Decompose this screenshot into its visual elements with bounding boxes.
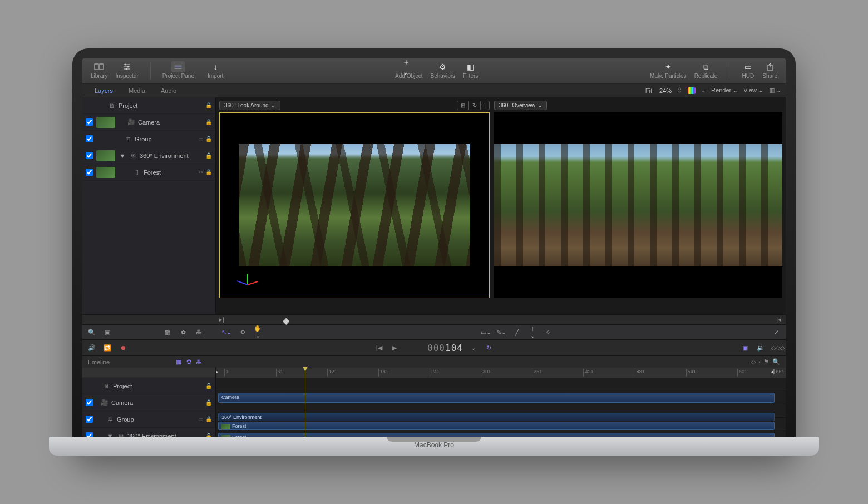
in-point-icon[interactable]: ▸|	[219, 316, 224, 323]
hud-button[interactable]: ▭ HUD	[737, 61, 758, 80]
hand-tool[interactable]: ✋⌄	[253, 325, 263, 339]
tl-checker-icon[interactable]: ▩	[174, 358, 184, 365]
tl-layer-env[interactable]: ▼⊛360° Environment🔒	[82, 428, 215, 437]
lock-icon[interactable]: 🔒	[205, 102, 212, 108]
keyframe-icon[interactable]: ◇◇◇	[771, 344, 781, 352]
timecode-menu[interactable]: ⌄	[468, 344, 479, 352]
layer-enable-checkbox[interactable]	[86, 432, 93, 437]
stepper-icon[interactable]: ⇳	[677, 87, 682, 94]
out-point-icon[interactable]: ◂|	[771, 369, 775, 374]
lock-icon[interactable]: 🔒	[205, 119, 212, 125]
tl-gear-icon[interactable]: ✿	[184, 358, 194, 365]
rect-tool[interactable]: ▭⌄	[481, 329, 491, 336]
library-button[interactable]: Library	[87, 61, 112, 80]
lock-icon[interactable]: 🔒	[205, 416, 212, 422]
lock-icon[interactable]: 🔒	[205, 152, 212, 159]
color-swatch-icon[interactable]	[688, 87, 696, 94]
layer-enable-checkbox[interactable]	[86, 399, 93, 406]
go-start-icon[interactable]: |◀	[374, 344, 384, 352]
mode-icon[interactable]: ▭	[198, 136, 203, 142]
record-icon[interactable]: ⏺	[118, 344, 128, 351]
settings-icon[interactable]: ✿	[178, 329, 188, 336]
layer-group[interactable]: ≋Group▭🔒	[82, 131, 215, 147]
timecode[interactable]: 000104	[427, 343, 463, 353]
filters-button[interactable]: ◧ Filters	[459, 61, 482, 80]
snap-icon[interactable]: ◇→	[751, 358, 761, 365]
lock-icon[interactable]: 🔒	[205, 383, 212, 389]
tl-layer-group[interactable]: ≋Group▭🔒	[82, 411, 215, 428]
timeline-ruler[interactable]: ▸ 1 61 121 181 241 301 361 421 481 541 6…	[216, 368, 786, 378]
fit-value[interactable]: 24%	[659, 87, 672, 94]
timeline-tracks[interactable]: ▸ 1 61 121 181 241 301 361 421 481 541 6…	[216, 368, 786, 437]
clip-forest-2[interactable]: Forest	[218, 433, 775, 437]
print-icon[interactable]: 🖶	[194, 329, 204, 335]
link-icon[interactable]: ⚯	[199, 169, 203, 175]
viewer-mode-left[interactable]: 360° Look Around ⌄	[219, 101, 280, 110]
mode-icon[interactable]: ▭	[198, 416, 203, 422]
disclosure-icon[interactable]: ▼	[106, 433, 114, 437]
mini-timeline[interactable]: ▸| ◆ |◂	[82, 314, 786, 324]
marker-icon[interactable]: ⚑	[761, 358, 771, 365]
share-button[interactable]: Share	[758, 61, 781, 80]
layer-environment[interactable]: ▼⊛360° Environment🔒	[82, 147, 215, 164]
zoom-icon[interactable]: 🔍	[771, 358, 781, 365]
view-a-icon[interactable]: ▣	[740, 344, 750, 352]
play-icon[interactable]: ▶	[389, 344, 400, 352]
make-particles-button[interactable]: ✦ Make Particles	[646, 61, 691, 80]
pointer-tool[interactable]: ↖⌄	[221, 329, 231, 336]
tl-print-icon[interactable]: 🖶	[194, 359, 204, 365]
add-object-button[interactable]: ＋ ⌄ Add Object	[391, 61, 426, 80]
inspector-button[interactable]: Inspector	[112, 61, 142, 80]
layer-camera[interactable]: 🎥Camera🔒	[82, 114, 215, 131]
lock-icon[interactable]: 🔒	[205, 136, 212, 142]
mask-tool[interactable]: ◊	[543, 329, 553, 335]
behaviors-button[interactable]: ⚙ Behaviors	[427, 61, 459, 80]
clip-env[interactable]: 360° Environment	[218, 413, 775, 421]
layer-enable-checkbox[interactable]	[86, 118, 93, 126]
lock-icon[interactable]: 🔒	[205, 399, 212, 406]
layer-enable-checkbox[interactable]	[86, 416, 93, 423]
audio-icon[interactable]: 🔊	[87, 344, 97, 352]
search-icon[interactable]: 🔍	[87, 329, 97, 336]
tab-layers[interactable]: Layers	[87, 85, 121, 96]
tl-layer-camera[interactable]: 🎥Camera🔒	[82, 394, 215, 411]
audio-toggle-icon[interactable]: 🔉	[756, 344, 766, 352]
playhead-marker[interactable]: ◆	[283, 315, 289, 326]
brush-tool[interactable]: ╱	[512, 329, 522, 336]
loop-icon[interactable]: 🔁	[102, 344, 112, 352]
out-point-icon[interactable]: |◂	[776, 316, 781, 323]
project-pane-button[interactable]: Project Pane	[159, 61, 198, 80]
clip-camera[interactable]: Camera	[218, 393, 775, 403]
orbit-tool[interactable]: ⟲	[237, 329, 247, 336]
layer-enable-checkbox[interactable]	[86, 152, 93, 159]
pen-tool[interactable]: ✎⌄	[496, 329, 506, 336]
checker-icon[interactable]: ▩	[162, 329, 172, 336]
lock-icon[interactable]: 🔒	[205, 169, 212, 175]
tl-layer-project[interactable]: 🗎Project🔒	[82, 378, 215, 394]
expand-icon[interactable]: ⤢	[771, 329, 781, 336]
lock-icon[interactable]: 🔒	[205, 433, 212, 437]
tab-audio[interactable]: Audio	[153, 85, 184, 96]
layer-project[interactable]: 🗎Project🔒	[82, 97, 215, 114]
tab-media[interactable]: Media	[121, 85, 153, 96]
layer-enable-checkbox[interactable]	[86, 135, 93, 142]
view-menu[interactable]: View ⌄	[743, 87, 763, 94]
in-point-icon[interactable]: ▸	[216, 369, 219, 374]
canvas-left[interactable]	[219, 112, 490, 298]
refresh-icon[interactable]: ↻	[484, 344, 494, 352]
layer-enable-checkbox[interactable]	[86, 169, 93, 176]
layer-forest[interactable]: ▯Forest⚯🔒	[82, 164, 215, 181]
import-button[interactable]: ↓ Import	[204, 61, 227, 80]
frame-icon[interactable]: ▣	[102, 329, 112, 336]
canvas-right[interactable]	[494, 112, 782, 298]
clip-forest[interactable]: Forest	[218, 422, 775, 430]
viewer-controls[interactable]: ⊞↻⁝	[457, 101, 490, 110]
disclosure-icon[interactable]: ▼	[119, 152, 126, 159]
playhead[interactable]	[305, 368, 305, 437]
axis-gizmo[interactable]	[236, 268, 259, 290]
text-tool[interactable]: T ⌄	[527, 325, 537, 339]
replicate-button[interactable]: ⧉ Replicate	[691, 61, 722, 80]
viewer-mode-right[interactable]: 360° Overview ⌄	[494, 101, 547, 110]
layout-icon[interactable]: ▥ ⌄	[769, 87, 781, 94]
render-menu[interactable]: Render ⌄	[711, 87, 738, 94]
